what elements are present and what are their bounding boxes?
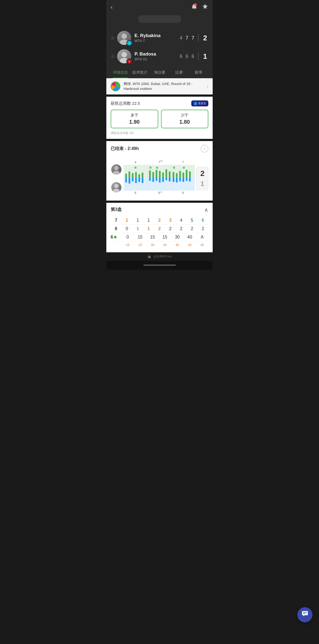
player2-avatar: 9 xyxy=(117,49,131,63)
r1b-c2: 1 xyxy=(132,226,143,231)
player1-set2: 7 xyxy=(185,35,189,41)
r2-c3: 15 xyxy=(146,235,159,240)
svg-rect-36 xyxy=(152,172,154,178)
bottom-bar xyxy=(106,261,213,270)
svg-rect-54 xyxy=(182,173,184,178)
svg-point-60 xyxy=(134,167,136,169)
r1-c7: 5 xyxy=(187,218,198,223)
r2b-c3: 30 xyxy=(146,243,159,247)
svg-rect-59 xyxy=(189,178,191,181)
search-bar-area xyxy=(106,14,213,26)
svg-text:8: 8 xyxy=(161,191,162,194)
svg-rect-22 xyxy=(125,174,127,178)
svg-rect-55 xyxy=(182,178,184,182)
r2-c7: A xyxy=(196,235,208,240)
svg-rect-49 xyxy=(173,178,174,182)
svg-point-61 xyxy=(149,167,152,169)
over-button[interactable]: 多于 1.90 xyxy=(111,110,158,128)
svg-rect-33 xyxy=(142,178,143,183)
tab-draw[interactable]: 淘汰赛 xyxy=(150,67,169,78)
player2-info: P. Badosa WTA 10. xyxy=(134,51,179,61)
set2-top-sup: 10 xyxy=(160,160,163,162)
tournament-row[interactable]: 网球, WTA 1000, Dubai, UAE, Round of 16 - … xyxy=(106,78,213,94)
betting-options: 多于 1.90 少于 1.80 xyxy=(111,110,208,128)
svg-point-5 xyxy=(121,52,127,57)
svg-rect-23 xyxy=(125,178,127,182)
player1-final-score: 2 xyxy=(202,34,208,42)
player1-avatar: 6 xyxy=(117,31,131,45)
r1b-c8: 2 xyxy=(198,226,208,231)
score-row-2: 6 0 15 15 15 30 40 A xyxy=(111,233,208,241)
player2-set2: 6 xyxy=(185,54,189,59)
svg-rect-31 xyxy=(139,178,140,182)
jjb-logo: J 竞技宝 xyxy=(191,100,208,106)
back-button[interactable]: ‹ xyxy=(111,4,113,11)
player1-set3: 7 xyxy=(191,35,195,41)
svg-rect-25 xyxy=(129,178,130,184)
chart-title: 已结束 - 2:49h xyxy=(111,146,139,152)
header: ‹ ! xyxy=(106,0,213,14)
r1-c8: 6 xyxy=(198,218,208,223)
tab-odds[interactable]: 赔率 xyxy=(189,67,208,78)
svg-text:!: ! xyxy=(195,4,196,6)
svg-rect-38 xyxy=(156,170,157,178)
player1-name: E. Rybakina xyxy=(134,33,179,38)
svg-point-64 xyxy=(183,167,185,169)
score-row-2b: 15 15 30 40 40 40 40 xyxy=(111,241,208,249)
svg-rect-57 xyxy=(186,178,188,181)
chart-info-button[interactable]: i xyxy=(201,145,208,152)
svg-text:6: 6 xyxy=(158,191,160,195)
jjb-text: 竞技宝 xyxy=(198,102,206,105)
player1b-id-cell: 6 xyxy=(111,226,121,231)
chart-avatar-2 xyxy=(111,182,121,192)
player1-favorite-star[interactable]: ☆ xyxy=(111,35,115,41)
score-row-1: 7 1 1 1 2 3 4 5 6 xyxy=(111,216,208,225)
r1-c3: 1 xyxy=(143,218,154,223)
player2-favorite-star[interactable]: ☆ xyxy=(111,53,115,59)
tab-stats[interactable]: 技术统计 xyxy=(130,67,150,78)
search-pill xyxy=(138,15,181,23)
svg-rect-40 xyxy=(159,171,160,178)
svg-text:J: J xyxy=(195,102,196,105)
svg-rect-56 xyxy=(186,170,188,178)
r1b-c4: 2 xyxy=(154,226,165,231)
under-odds: 1.80 xyxy=(164,119,206,125)
svg-rect-37 xyxy=(152,178,154,182)
player2-id-cell: 6 xyxy=(111,235,121,240)
player2-rank: WTA 10. xyxy=(134,57,179,61)
set2-top-score: 7 xyxy=(158,161,160,164)
under-label: 少于 xyxy=(164,113,206,118)
r2b-c6: 40 xyxy=(183,243,196,247)
r2b-c7: 40 xyxy=(196,243,208,247)
player2-final-score: 1 xyxy=(202,52,208,61)
r1-c1: 1 xyxy=(121,218,132,223)
svg-rect-26 xyxy=(132,173,133,178)
tournament-text: 网球, WTA 1000, Dubai, UAE, Round of 16 - … xyxy=(124,81,207,91)
svg-rect-35 xyxy=(149,178,151,181)
r2-c4: 15 xyxy=(159,235,171,240)
svg-rect-30 xyxy=(139,174,140,178)
bookmark-icon[interactable] xyxy=(202,3,208,11)
watermark: @ @全网球Folix xyxy=(106,252,213,261)
over-odds: 1.90 xyxy=(113,119,156,125)
notification-bell-icon[interactable]: ! xyxy=(191,3,198,11)
tab-details[interactable]: 详细信息 xyxy=(111,67,130,78)
watermark-text: @ @全网球Folix xyxy=(147,255,172,258)
under-button[interactable]: 少于 1.80 xyxy=(161,110,209,128)
svg-rect-47 xyxy=(169,178,170,181)
svg-rect-42 xyxy=(162,173,164,178)
svg-rect-32 xyxy=(142,173,143,178)
tournament-logo xyxy=(111,81,120,91)
player2-name: P. Badosa xyxy=(134,51,179,57)
r2b-c1: 15 xyxy=(121,243,134,247)
svg-point-3 xyxy=(121,34,127,39)
svg-rect-44 xyxy=(166,169,167,178)
player-row-2: ☆ 9 P. Badosa WTA 10. 6 6 6 1 xyxy=(111,47,208,66)
collapse-button[interactable]: ∧ xyxy=(204,207,208,213)
chart-section: 已结束 - 2:49h i 4 7 10 7 xyxy=(106,141,213,201)
tab-matches[interactable]: 比赛 xyxy=(169,67,189,78)
score-table-title: 第3盘 xyxy=(111,207,122,213)
r1b-c5: 2 xyxy=(165,226,176,231)
svg-rect-34 xyxy=(149,171,151,178)
home-indicator xyxy=(143,264,176,266)
